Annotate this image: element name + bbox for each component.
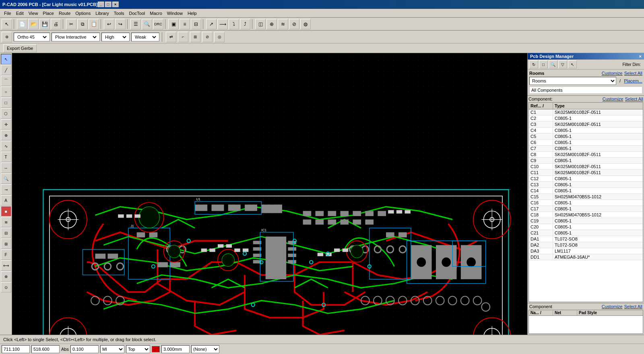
lt-measure-btn[interactable]: ⊸ [1,184,11,195]
all-components-item[interactable]: All Components [529,86,642,94]
interactive-dropdown[interactable]: Plow Interactive Push Interactive [52,33,100,41]
lt-flood-btn[interactable]: ≋ [1,217,11,227]
tb2-btn1[interactable]: ⊛ [2,32,12,42]
redo-btn[interactable]: ↪ [115,19,126,29]
lt-place-btn[interactable]: ✛ [1,119,11,130]
menu-place[interactable]: Place [40,10,56,16]
menu-window[interactable]: Window [165,10,185,16]
misc-btn2[interactable]: ◍ [300,19,311,29]
lt-design-btn[interactable]: ⊟ [1,228,11,238]
route-btn3[interactable]: ⤵ [229,19,239,29]
panel-zoom-btn[interactable]: 🔍 [549,60,557,68]
table-row[interactable]: C1SK025M0010B2F-0511 [529,109,643,115]
table-row[interactable]: C5C0805-1 [529,134,643,140]
menu-doctool[interactable]: DocTool [126,10,147,16]
net-btn[interactable]: ≋ [278,19,288,29]
lt-select-btn[interactable]: ↖ [1,54,11,64]
table-row[interactable]: C20C0805-1 [529,224,643,230]
table-row[interactable]: C6C0805-1 [529,140,643,146]
lt-rect-btn[interactable]: □ [1,97,11,108]
export-gerber-btn[interactable]: Export Gerbe [3,44,37,52]
lt-line-btn[interactable]: ╱ [1,65,11,75]
lt-text-btn[interactable]: T [1,152,11,162]
pcb-canvas[interactable]: U1 IC1 J1 [12,53,527,335]
menu-edit[interactable]: Edit [14,10,26,16]
ortho-select[interactable]: Ortho 45 Ortho 90 [16,34,48,40]
lt-via-btn[interactable]: ⊕ [1,130,11,140]
rooms-placem-link[interactable]: Placem... [624,78,642,83]
table-row[interactable]: C11SK025M0010B2F-0511 [529,170,643,176]
coord-y[interactable] [31,345,60,353]
via-btn[interactable]: ⊕ [266,19,277,29]
properties-btn[interactable]: ☰ [130,19,141,29]
table-row[interactable]: C18SH025M0470B5S-1012 [529,212,643,218]
menu-tools[interactable]: Tools [111,10,127,16]
paste-btn[interactable]: 📋 [89,19,99,29]
via-style-select[interactable]: (None) [191,345,219,353]
menu-route[interactable]: Route [56,10,73,16]
table-row[interactable]: DD1ATMEGA8-16AU* [529,254,643,260]
lt-dim-btn[interactable]: ↔ [1,163,11,173]
table-row[interactable]: C4C0805-1 [529,128,643,134]
zoom-in-btn[interactable]: 🔍 [142,19,152,29]
lt-attrib-btn[interactable]: A [1,195,11,206]
panel-close-btn[interactable]: × [639,54,642,59]
trace-width[interactable] [161,345,190,353]
tb2-btn4[interactable]: ⊞ [190,32,200,42]
table-row[interactable]: C2C0805-1 [529,115,643,121]
route-btn1[interactable]: ↗ [206,19,217,29]
table-row[interactable]: C3SK025M0010B2F-0511 [529,121,643,128]
table-row[interactable]: C8SK025M0010B2F-0511 [529,152,643,158]
drc-btn[interactable]: DRC [153,19,163,29]
lt-route-btn[interactable]: ∿ [1,141,11,151]
lt-arc-btn[interactable]: ⌒ [1,76,11,86]
bottom-select-all-link[interactable]: Select All [624,304,642,309]
table-row[interactable]: C15SH025M0470B5S-1012 [529,194,643,200]
table-row[interactable]: DA1TL072-SO8 [529,236,643,242]
menu-help[interactable]: Help [185,10,199,16]
table-row[interactable]: C16C0805-1 [529,200,643,206]
table-row[interactable]: C7C0805-1 [529,146,643,152]
grid-value[interactable] [70,345,99,353]
layer-select[interactable]: Top Bottom Signal1 [126,345,150,353]
tb2-btn2[interactable]: ⇄ [166,32,176,42]
single-layer-btn[interactable]: ▣ [168,19,179,29]
interactive-select[interactable]: Plow Interactive Push Interactive [54,34,98,40]
high-select[interactable]: High Medium Low [103,34,128,40]
menu-file[interactable]: File [2,10,14,16]
rooms-customize-link[interactable]: Customize [602,71,623,76]
comp-select-all-link[interactable]: Select All [625,97,643,101]
lt-poly-btn[interactable]: ⬡ [1,108,11,119]
rooms-select-all-link[interactable]: Select All [624,71,642,76]
table-row[interactable]: C10SK025M0010B2F-0511 [529,164,643,170]
menu-macro[interactable]: Macro [147,10,165,16]
tb2-btn6[interactable]: ◎ [214,32,225,42]
new-btn[interactable]: 📄 [17,19,27,29]
table-row[interactable]: C12C0805-1 [529,176,643,182]
select-tool-btn[interactable]: ↖ [2,19,12,29]
panel-view-btn[interactable]: □ [539,60,548,68]
lt-comp-btn[interactable]: ■ [1,206,11,216]
lt-misc-btn1[interactable]: ⊞ [1,239,11,249]
table-row[interactable]: C17C0805-1 [529,206,643,212]
table-row[interactable]: DA3LM1117 [529,248,643,254]
lt-circle-btn[interactable]: ○ [1,86,11,97]
tb2-btn5[interactable]: ⊘ [202,32,213,42]
table-row[interactable]: C21C0805-1 [529,230,643,236]
panel-filter-btn[interactable]: ▽ [558,60,567,68]
lt-misc-btn2[interactable]: F [1,249,11,260]
coord-x[interactable] [2,345,30,353]
menu-library[interactable]: Library [93,10,111,16]
ortho-dropdown[interactable]: Ortho 45 Ortho 90 [14,33,50,41]
weak-select[interactable]: Weak Strong [133,34,157,40]
layers-btn[interactable]: ≡ [180,19,190,29]
weak-dropdown[interactable]: Weak Strong [131,33,159,41]
cut-btn[interactable]: ✂ [66,19,76,29]
undo-btn[interactable]: ↩ [104,19,114,29]
table-row[interactable]: C9C0805-1 [529,158,643,164]
board-view-btn[interactable]: ⊟ [191,19,201,29]
table-row[interactable]: C19C0805-1 [529,218,643,224]
lt-misc-btn3[interactable]: ⟷ [1,260,11,271]
table-row[interactable]: C13C0805-1 [529,182,643,188]
bottom-customize-link[interactable]: Customize [602,304,623,309]
